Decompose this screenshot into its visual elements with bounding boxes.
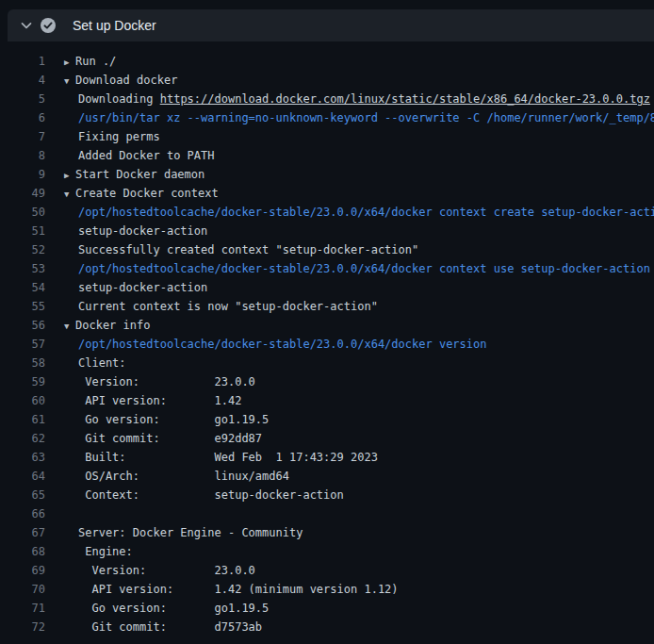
log-line: 1▶Run ./	[0, 52, 654, 71]
line-number[interactable]: 54	[0, 278, 45, 297]
line-number[interactable]: 68	[0, 542, 45, 561]
line-number[interactable]: 65	[0, 486, 45, 504]
line-number[interactable]: 50	[0, 203, 45, 222]
log-line: 60 API version: 1.42	[0, 391, 654, 410]
line-number[interactable]: 51	[0, 222, 45, 240]
line-number[interactable]: 5	[0, 90, 45, 108]
line-number[interactable]: 63	[0, 448, 45, 467]
triangle-collapsed-icon: ▶	[64, 166, 75, 185]
line-number[interactable]: 62	[0, 429, 45, 448]
line-number[interactable]: 52	[0, 240, 45, 259]
line-number[interactable]: 1	[0, 52, 45, 71]
log-text: setup-docker-action	[78, 278, 207, 297]
log-line: 59 Version: 23.0.0	[0, 372, 654, 391]
log-console: 1▶Run ./4▼Download docker5Downloading ht…	[0, 41, 654, 636]
triangle-expanded-icon: ▼	[64, 185, 75, 204]
log-line: 7Fixing perms	[0, 127, 654, 146]
triangle-expanded-icon: ▼	[64, 72, 75, 91]
check-circle-icon	[41, 18, 56, 33]
log-text: API version: 1.42	[78, 391, 241, 410]
log-line: 72 Git commit: d7573ab	[0, 618, 654, 636]
log-line: 4▼Download docker	[0, 71, 654, 90]
log-line: 6/usr/bin/tar xz --warning=no-unknown-ke…	[0, 108, 654, 127]
line-number[interactable]: 7	[0, 127, 45, 146]
log-text: Version: 23.0.0	[78, 372, 255, 391]
line-number[interactable]: 70	[0, 580, 45, 599]
log-line: 63 Built: Wed Feb 1 17:43:29 2023	[0, 448, 654, 467]
log-text: OS/Arch: linux/amd64	[78, 467, 289, 486]
log-text: Current context is now "setup-docker-act…	[78, 297, 378, 316]
log-line: 65 Context: setup-docker-action	[0, 486, 654, 504]
log-line: 57/opt/hostedtoolcache/docker-stable/23.…	[0, 335, 654, 354]
group-toggle[interactable]: ▶Start Docker daemon	[64, 165, 204, 184]
group-title: Create Docker context	[75, 187, 219, 200]
line-number[interactable]: 57	[0, 335, 45, 354]
log-text: Context: setup-docker-action	[78, 486, 344, 504]
line-number[interactable]: 9	[0, 165, 45, 184]
log-line: 50/opt/hostedtoolcache/docker-stable/23.…	[0, 203, 654, 222]
line-number[interactable]: 71	[0, 599, 45, 618]
group-toggle[interactable]: ▼Download docker	[64, 71, 177, 90]
log-text: Engine:	[78, 542, 133, 561]
line-number[interactable]: 67	[0, 523, 45, 542]
log-text: Successfully created context "setup-dock…	[78, 240, 418, 259]
log-command: /opt/hostedtoolcache/docker-stable/23.0.…	[78, 335, 486, 354]
line-number[interactable]: 4	[0, 71, 45, 90]
log-line: 51setup-docker-action	[0, 222, 654, 240]
step-header[interactable]: Set up Docker	[8, 9, 654, 41]
line-number[interactable]: 66	[0, 504, 45, 523]
log-line: 64 OS/Arch: linux/amd64	[0, 467, 654, 486]
log-line: 61 Go version: go1.19.5	[0, 410, 654, 429]
log-text: API version: 1.42 (minimum version 1.12)	[78, 580, 399, 599]
log-line: 62 Git commit: e92dd87	[0, 429, 654, 448]
log-line: 69 Version: 23.0.0	[0, 561, 654, 580]
group-toggle[interactable]: ▼Docker info	[64, 316, 150, 335]
line-number[interactable]: 58	[0, 354, 45, 372]
line-number[interactable]: 59	[0, 372, 45, 391]
line-number[interactable]: 56	[0, 316, 45, 335]
line-number[interactable]: 64	[0, 467, 45, 486]
log-text: Go version: go1.19.5	[78, 599, 269, 618]
group-title: Run ./	[75, 55, 116, 68]
log-command: /usr/bin/tar xz --warning=no-unknown-key…	[78, 108, 654, 127]
line-number[interactable]: 60	[0, 391, 45, 410]
line-number[interactable]: 49	[0, 184, 45, 203]
step-title: Set up Docker	[73, 18, 156, 33]
log-line: 58Client:	[0, 354, 654, 372]
log-command: /opt/hostedtoolcache/docker-stable/23.0.…	[78, 203, 654, 222]
line-number[interactable]: 61	[0, 410, 45, 429]
line-number[interactable]: 72	[0, 618, 45, 636]
log-command: /opt/hostedtoolcache/docker-stable/23.0.…	[78, 259, 650, 278]
chevron-down-icon[interactable]	[20, 19, 33, 32]
log-line: 67Server: Docker Engine - Community	[0, 523, 654, 542]
group-title: Docker info	[75, 319, 150, 332]
log-line: 55Current context is now "setup-docker-a…	[0, 297, 654, 316]
log-line: 53/opt/hostedtoolcache/docker-stable/23.…	[0, 259, 654, 278]
group-title: Download docker	[75, 74, 177, 87]
log-line: 52Successfully created context "setup-do…	[0, 240, 654, 259]
log-text: setup-docker-action	[78, 222, 207, 240]
log-text: Added Docker to PATH	[78, 146, 215, 165]
line-number[interactable]: 6	[0, 108, 45, 127]
line-number[interactable]: 8	[0, 146, 45, 165]
log-line: 70 API version: 1.42 (minimum version 1.…	[0, 580, 654, 599]
group-toggle[interactable]: ▶Run ./	[64, 52, 116, 71]
log-text: Server: Docker Engine - Community	[78, 523, 302, 542]
log-line: 56▼Docker info	[0, 316, 654, 335]
log-link[interactable]: https://download.docker.com/linux/static…	[160, 92, 650, 106]
log-line: 54setup-docker-action	[0, 278, 654, 297]
log-text: Go version: go1.19.5	[78, 410, 269, 429]
line-number[interactable]: 55	[0, 297, 45, 316]
log-text: Fixing perms	[78, 127, 160, 146]
log-text: Built: Wed Feb 1 17:43:29 2023	[78, 448, 378, 467]
log-line: 71 Go version: go1.19.5	[0, 599, 654, 618]
log-line: 8Added Docker to PATH	[0, 146, 654, 165]
line-number[interactable]: 53	[0, 259, 45, 278]
log-text: Git commit: e92dd87	[78, 429, 262, 448]
line-number[interactable]: 69	[0, 561, 45, 580]
log-text: Git commit: d7573ab	[78, 618, 262, 636]
log-text: Version: 23.0.0	[78, 561, 255, 580]
group-toggle[interactable]: ▼Create Docker context	[64, 184, 219, 203]
log-text: Client:	[78, 354, 126, 372]
log-line: 66	[0, 504, 654, 523]
